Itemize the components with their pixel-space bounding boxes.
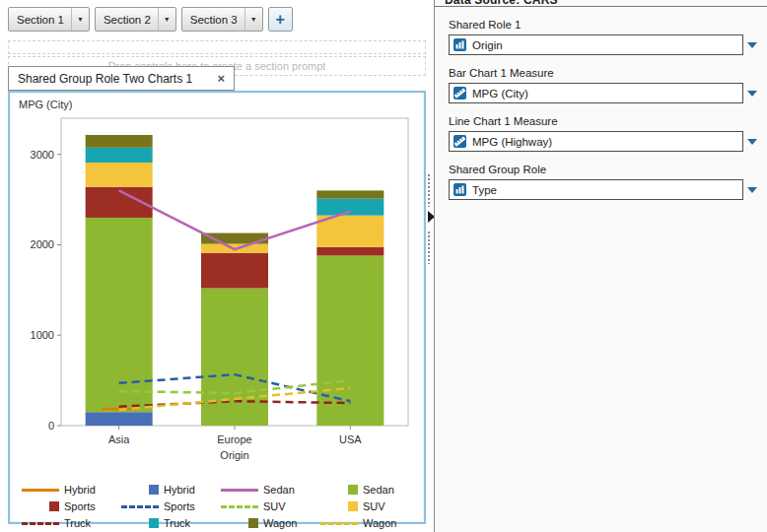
tab-label: Section 3 (190, 14, 238, 26)
legend-label: Wagon (363, 517, 396, 529)
field-label: Shared Role 1 (449, 19, 757, 31)
legend-item: SUV (219, 499, 318, 514)
legend-swatch (318, 485, 358, 495)
dropdown-value: Type (472, 184, 497, 196)
line-chart-1-measure-dropdown[interactable]: MPG (Highway) (449, 131, 743, 152)
field-label: Bar Chart 1 Measure (449, 67, 757, 79)
splitter-handle[interactable] (427, 231, 432, 264)
chevron-down-icon[interactable] (747, 91, 757, 97)
legend-label: SUV (263, 500, 286, 512)
legend-item: Truck (20, 515, 119, 531)
bar-chart-1-measure-dropdown[interactable]: MPG (City) (449, 83, 743, 103)
legend-item: Sports (20, 499, 119, 514)
legend-item: Wagon (219, 515, 318, 531)
category-icon (453, 38, 466, 51)
legend-label: Wagon (263, 517, 297, 529)
legend-item: Hybrid (20, 482, 119, 498)
chart-legend: HybridHybridSedanSedanSportsSportsSUVSUV… (14, 481, 420, 531)
properties-panel: Data Source: CARS Shared Role 1 Origin B… (434, 0, 767, 532)
object-tab-label: Shared Group Role Two Charts 1 (18, 72, 192, 86)
field-shared-role-1: Shared Role 1 Origin (449, 19, 757, 55)
combo-chart-panel[interactable]: MPG (City) 0100020003000AsiaEuropeUSAOri… (8, 91, 426, 524)
add-section-button[interactable]: + (268, 7, 293, 32)
legend-swatch (119, 485, 159, 495)
field-shared-group-role: Shared Group Role Type (449, 164, 757, 200)
legend-label: Sedan (263, 484, 295, 496)
shared-group-role-dropdown[interactable]: Type (449, 179, 743, 200)
svg-text:3000: 3000 (31, 149, 54, 161)
svg-text:1000: 1000 (31, 329, 54, 341)
legend-swatch (20, 501, 59, 511)
data-source-header: Data Source: CARS (435, 0, 767, 7)
legend-item: Sports (119, 499, 219, 514)
svg-text:Origin: Origin (220, 449, 248, 461)
legend-swatch (219, 518, 258, 528)
field-label: Shared Group Role (449, 164, 757, 175)
category-icon (453, 183, 466, 196)
svg-text:2000: 2000 (31, 238, 54, 250)
measure-icon (453, 135, 466, 148)
tab-label: Section 2 (104, 14, 151, 26)
close-icon[interactable]: × (217, 72, 225, 85)
legend-swatch (219, 489, 258, 492)
section-prompt-dropzone-strip[interactable] (8, 40, 426, 54)
legend-swatch (119, 505, 159, 508)
chevron-down-icon[interactable]: ▼ (158, 8, 175, 31)
tab-label: Section 1 (17, 14, 64, 26)
svg-text:Asia: Asia (108, 433, 130, 445)
chevron-down-icon[interactable] (747, 187, 757, 193)
shared-role-1-dropdown[interactable]: Origin (449, 34, 743, 55)
tab-section-2[interactable]: Section 2 ▼ (95, 7, 176, 32)
dropdown-value: MPG (Highway) (472, 136, 552, 148)
legend-item: Truck (119, 515, 219, 531)
legend-item: Hybrid (119, 482, 219, 498)
legend-label: Sports (64, 500, 96, 512)
legend-swatch (119, 518, 159, 528)
legend-item: Sedan (318, 482, 418, 498)
data-source-label: Data Source: CARS (445, 0, 767, 7)
legend-swatch (219, 505, 258, 508)
chevron-down-icon[interactable]: ▼ (71, 8, 89, 31)
section-tab-bar: Section 1 ▼ Section 2 ▼ Section 3 ▼ + (8, 7, 293, 32)
legend-swatch (20, 522, 59, 525)
dropdown-value: MPG (City) (472, 88, 528, 100)
legend-swatch (20, 489, 59, 492)
dropdown-value: Origin (472, 39, 503, 51)
legend-label: Sedan (363, 484, 394, 496)
tab-section-1[interactable]: Section 1 ▼ (8, 7, 90, 32)
legend-item: Wagon (318, 515, 418, 531)
svg-text:Europe: Europe (217, 433, 251, 445)
legend-item: SUV (318, 499, 418, 514)
legend-item: Sedan (219, 482, 318, 498)
splitter-handle[interactable] (427, 173, 432, 207)
chart-title: MPG (City) (19, 99, 420, 110)
legend-swatch (318, 522, 358, 525)
legend-label: Truck (164, 517, 190, 529)
legend-label: Hybrid (164, 484, 195, 496)
object-tab-shared-group-role[interactable]: Shared Group Role Two Charts 1 × (8, 66, 235, 91)
svg-text:USA: USA (339, 433, 362, 445)
combo-chart: 0100020003000AsiaEuropeUSAOrigin (14, 110, 418, 477)
svg-text:0: 0 (48, 420, 54, 432)
legend-swatch (318, 501, 358, 511)
legend-label: Truck (64, 517, 91, 529)
legend-label: SUV (363, 500, 385, 512)
measure-icon (453, 87, 466, 100)
chevron-down-icon[interactable] (747, 42, 757, 48)
field-bar-chart-1-measure: Bar Chart 1 Measure MPG (City) (449, 67, 757, 103)
chevron-down-icon[interactable]: ▼ (244, 8, 262, 31)
legend-label: Hybrid (64, 484, 96, 496)
field-line-chart-1-measure: Line Chart 1 Measure MPG (Highway) (449, 115, 757, 152)
chevron-down-icon[interactable] (747, 139, 757, 145)
field-label: Line Chart 1 Measure (449, 115, 757, 127)
tab-section-3[interactable]: Section 3 ▼ (181, 7, 263, 32)
legend-label: Sports (164, 500, 195, 512)
